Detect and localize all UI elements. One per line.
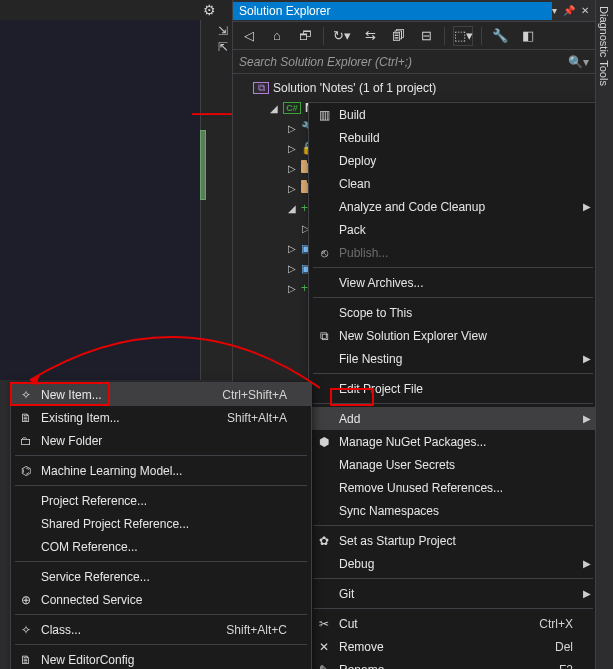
diagnostic-tools-tab[interactable]: Diagnostic Tools xyxy=(596,0,612,92)
submenu-new-item[interactable]: ✧New Item...Ctrl+Shift+A xyxy=(11,383,311,406)
panel-title: Solution Explorer xyxy=(233,2,552,20)
menu-filenesting[interactable]: File Nesting▶ xyxy=(309,347,597,370)
cut-icon: ✂ xyxy=(315,617,333,631)
show-all-icon[interactable]: 🗐 xyxy=(388,26,408,46)
change-indicator xyxy=(200,130,206,200)
submenu-ml[interactable]: ⌬Machine Learning Model... xyxy=(11,459,311,482)
menu-analyze[interactable]: Analyze and Code Cleanup▶ xyxy=(309,195,597,218)
startup-icon: ✿ xyxy=(315,534,333,548)
menu-add[interactable]: Add▶ xyxy=(309,407,597,430)
chevron-right-icon: ▶ xyxy=(583,201,591,212)
menu-secrets[interactable]: Manage User Secrets xyxy=(309,453,597,476)
menu-cut[interactable]: ✂CutCtrl+X xyxy=(309,612,597,635)
nuget-icon: ⬢ xyxy=(315,435,333,449)
menu-syncns[interactable]: Sync Namespaces xyxy=(309,499,597,522)
search-icon[interactable]: 🔍▾ xyxy=(568,55,589,69)
new-folder-icon: 🗀 xyxy=(17,434,35,448)
menu-pack[interactable]: Pack xyxy=(309,218,597,241)
menu-scope[interactable]: Scope to This xyxy=(309,301,597,324)
collapse-icon[interactable]: ⊟ xyxy=(416,26,436,46)
search-bar[interactable]: Search Solution Explorer (Ctrl+;) 🔍▾ xyxy=(233,50,595,74)
solution-toolbar: ◁ ⌂ 🗗 ↻▾ ⇆ 🗐 ⊟ ⬚▾ 🔧 ◧ xyxy=(233,22,595,50)
home-icon[interactable]: ⌂ xyxy=(267,26,287,46)
menu-deploy[interactable]: Deploy xyxy=(309,149,597,172)
existing-item-icon: 🗎 xyxy=(17,411,35,425)
ml-icon: ⌬ xyxy=(17,464,35,478)
chevron-right-icon: ▶ xyxy=(583,413,591,424)
menu-debug[interactable]: Debug▶ xyxy=(309,552,597,575)
submenu-newfolder[interactable]: 🗀New Folder xyxy=(11,429,311,452)
submenu-comref[interactable]: COM Reference... xyxy=(11,535,311,558)
chevron-right-icon: ▶ xyxy=(583,588,591,599)
menu-git[interactable]: Git▶ xyxy=(309,582,597,605)
menu-removerefs[interactable]: Remove Unused References... xyxy=(309,476,597,499)
editorconfig-icon: 🗎 xyxy=(17,653,35,667)
solution-node[interactable]: ⧉ Solution 'Notes' (1 of 1 project) xyxy=(239,78,595,98)
sync-icon[interactable]: ⇆ xyxy=(360,26,380,46)
menu-nuget[interactable]: ⬢Manage NuGet Packages... xyxy=(309,430,597,453)
outdent-icon[interactable]: ⇲ xyxy=(218,24,228,38)
preview-icon[interactable]: ◧ xyxy=(518,26,538,46)
chevron-right-icon: ▶ xyxy=(583,353,591,364)
menu-build[interactable]: ▥Build xyxy=(309,103,597,126)
chevron-right-icon: ▶ xyxy=(583,558,591,569)
menu-rebuild[interactable]: Rebuild xyxy=(309,126,597,149)
switch-view-icon[interactable]: 🗗 xyxy=(295,26,315,46)
submenu-editorcfg[interactable]: 🗎New EditorConfig xyxy=(11,648,311,669)
chevron-down-icon[interactable]: ◢ xyxy=(269,103,279,114)
csharp-project-icon: C# xyxy=(283,102,301,114)
close-icon[interactable]: ✕ xyxy=(581,5,589,16)
menu-remove[interactable]: ✕RemoveDel xyxy=(309,635,597,658)
menu-newview[interactable]: ⧉New Solution Explorer View xyxy=(309,324,597,347)
pin-icon[interactable]: 📌 xyxy=(563,5,575,16)
view-icon[interactable]: ⬚▾ xyxy=(453,26,473,46)
publish-icon: ⎋ xyxy=(315,246,333,260)
properties-icon[interactable]: 🔧 xyxy=(490,26,510,46)
submenu-existing[interactable]: 🗎Existing Item...Shift+Alt+A xyxy=(11,406,311,429)
editor-tab-bar: ⚙ xyxy=(0,0,232,20)
new-view-icon: ⧉ xyxy=(315,329,333,343)
indent-icon[interactable]: ⇱ xyxy=(218,40,228,54)
submenu-connsvc[interactable]: ⊕Connected Service xyxy=(11,588,311,611)
new-item-icon: ✧ xyxy=(17,388,35,402)
side-tab-strip: Diagnostic Tools xyxy=(595,0,613,669)
submenu-svcref[interactable]: Service Reference... xyxy=(11,565,311,588)
back-icon[interactable]: ◁ xyxy=(239,26,259,46)
solution-label: Solution 'Notes' (1 of 1 project) xyxy=(273,81,436,95)
editor-gutter: ⇲ ⇱ xyxy=(200,20,232,380)
menu-archives[interactable]: View Archives... xyxy=(309,271,597,294)
build-icon: ▥ xyxy=(315,108,333,122)
rename-icon: ✎ xyxy=(315,663,333,670)
connected-service-icon: ⊕ xyxy=(17,593,35,607)
solution-icon: ⧉ xyxy=(253,82,269,94)
remove-icon: ✕ xyxy=(315,640,333,654)
project-context-menu: ▥Build Rebuild Deploy Clean Analyze and … xyxy=(308,102,598,669)
menu-publish: ⎋Publish... xyxy=(309,241,597,264)
class-icon: ✧ xyxy=(17,623,35,637)
editor-area xyxy=(0,0,232,380)
history-icon[interactable]: ↻▾ xyxy=(332,26,352,46)
menu-editproj[interactable]: Edit Project File xyxy=(309,377,597,400)
add-submenu: ✧New Item...Ctrl+Shift+A 🗎Existing Item.… xyxy=(10,382,312,669)
submenu-class[interactable]: ✧Class...Shift+Alt+C xyxy=(11,618,311,641)
search-placeholder: Search Solution Explorer (Ctrl+;) xyxy=(239,55,568,69)
menu-rename[interactable]: ✎RenameF2 xyxy=(309,658,597,669)
dropdown-icon[interactable]: ▾ xyxy=(552,5,557,16)
gear-icon[interactable]: ⚙ xyxy=(203,2,216,18)
submenu-projref[interactable]: Project Reference... xyxy=(11,489,311,512)
submenu-sharedref[interactable]: Shared Project Reference... xyxy=(11,512,311,535)
menu-clean[interactable]: Clean xyxy=(309,172,597,195)
menu-startup[interactable]: ✿Set as Startup Project xyxy=(309,529,597,552)
